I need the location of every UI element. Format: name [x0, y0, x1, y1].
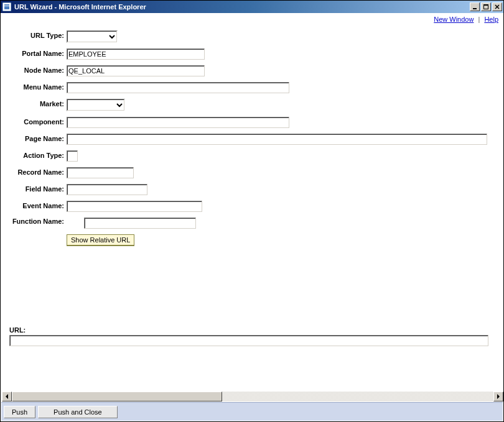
url-input[interactable] — [9, 335, 488, 346]
field-name-input[interactable] — [67, 184, 147, 195]
bottom-bar: Push Push and Close — [1, 402, 503, 421]
url-type-select[interactable] — [67, 30, 118, 43]
window-buttons — [470, 2, 502, 11]
window-title: URL Wizard - Microsoft Internet Explorer — [14, 3, 470, 11]
link-separator: | — [478, 16, 480, 23]
top-links: New Window | Help — [2, 13, 503, 24]
event-name-input[interactable] — [67, 201, 202, 212]
portal-name-label: Portal Name: — [9, 48, 67, 60]
svg-rect-1 — [473, 8, 477, 9]
new-window-link[interactable]: New Window — [434, 16, 474, 23]
push-and-close-button[interactable]: Push and Close — [38, 406, 118, 418]
form-area: URL Type: Portal Name: Node Name: Menu N… — [2, 24, 503, 246]
page-name-input[interactable] — [67, 134, 487, 145]
svg-rect-3 — [483, 4, 488, 6]
component-input[interactable] — [67, 117, 289, 128]
page-name-label: Page Name: — [9, 134, 67, 145]
push-button[interactable]: Push — [4, 406, 35, 418]
menu-name-input[interactable] — [67, 82, 289, 93]
node-name-input[interactable] — [67, 65, 205, 76]
record-name-input[interactable] — [67, 167, 134, 178]
url-label: URL: — [9, 326, 498, 334]
component-label: Component: — [9, 117, 67, 128]
field-name-label: Field Name: — [9, 184, 67, 195]
function-name-label: Function Name: — [9, 218, 67, 229]
content-area: New Window | Help URL Type: Portal Name:… — [2, 13, 503, 392]
market-select[interactable] — [67, 99, 125, 111]
ie-app-icon — [2, 2, 12, 12]
titlebar: URL Wizard - Microsoft Internet Explorer — [1, 1, 503, 13]
portal-name-input[interactable] — [67, 48, 205, 60]
url-section: URL: — [9, 326, 498, 346]
scroll-left-button[interactable] — [2, 392, 12, 401]
show-relative-url-button[interactable]: Show Relative URL — [67, 234, 134, 246]
menu-name-label: Menu Name: — [9, 82, 67, 93]
url-type-label: URL Type: — [9, 30, 67, 43]
scroll-thumb[interactable] — [12, 392, 222, 401]
event-name-label: Event Name: — [9, 201, 67, 212]
minimize-button[interactable] — [470, 2, 480, 11]
scroll-right-button[interactable] — [493, 392, 503, 401]
function-name-input[interactable] — [84, 218, 196, 229]
node-name-label: Node Name: — [9, 65, 67, 76]
action-type-input[interactable] — [67, 150, 78, 162]
record-name-label: Record Name: — [9, 167, 67, 178]
help-link[interactable]: Help — [484, 16, 498, 23]
close-button[interactable] — [492, 2, 502, 11]
scroll-track[interactable] — [12, 392, 493, 401]
market-label: Market: — [9, 99, 67, 111]
maximize-button[interactable] — [481, 2, 491, 11]
horizontal-scrollbar[interactable] — [2, 392, 503, 401]
action-type-label: Action Type: — [9, 150, 67, 162]
